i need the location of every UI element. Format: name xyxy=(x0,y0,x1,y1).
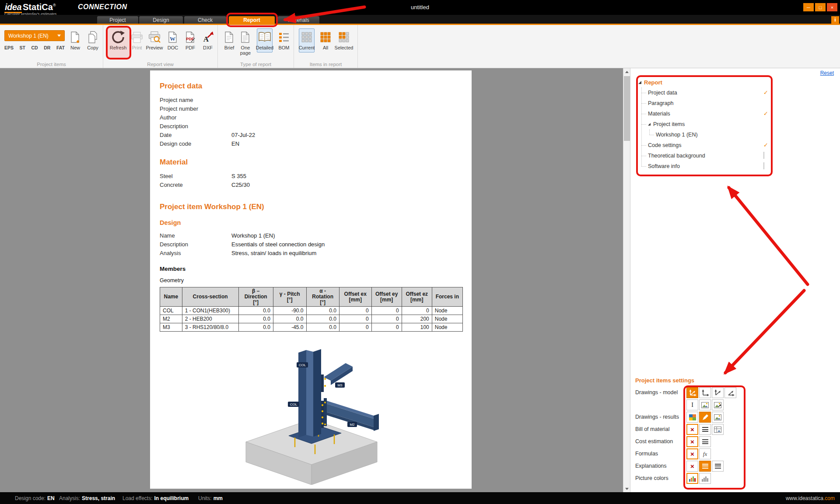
gray-bars-icon xyxy=(701,476,709,482)
new-button[interactable]: New xyxy=(67,30,83,51)
tree-item-project-data[interactable]: Project data ✓ xyxy=(638,88,777,98)
picture-colors-color-button[interactable] xyxy=(686,473,698,484)
checkbox-project-data[interactable]: ✓ xyxy=(763,89,768,96)
scrollbar-thumb[interactable] xyxy=(624,76,630,141)
axes-xy-icon xyxy=(701,389,709,396)
report-page: Project data Project name Project number… xyxy=(150,70,472,489)
tree-item-report[interactable]: Report xyxy=(638,77,777,88)
tree-twig xyxy=(641,93,646,93)
results-picture-button[interactable] xyxy=(712,412,724,423)
section-title-material: Material xyxy=(160,158,463,167)
maximize-button[interactable]: □ xyxy=(815,3,826,11)
checkbox-software-info[interactable] xyxy=(763,162,764,169)
titlebar: ideaStatiCa® Calculate yesterday's estim… xyxy=(0,0,840,15)
diagonal-member-m3 xyxy=(321,363,353,392)
report-preview-canvas: Project data Project name Project number… xyxy=(0,68,630,492)
tab-report[interactable]: Report xyxy=(229,16,275,25)
project-item-dropdown[interactable]: Workshop 1 (EN) xyxy=(4,30,65,41)
view-front-button[interactable] xyxy=(699,387,711,398)
data-row: Author xyxy=(160,113,463,122)
expander-icon[interactable] xyxy=(648,123,651,126)
explanations-highlight-list-button[interactable] xyxy=(699,461,711,472)
scroll-up-button[interactable] xyxy=(623,68,630,75)
bill-of-material-icon xyxy=(278,32,290,43)
tab-design[interactable]: Design xyxy=(139,16,183,25)
items-current-button[interactable]: Current xyxy=(299,28,315,52)
tree-item-paragraph[interactable]: Paragraph xyxy=(638,98,777,108)
one-page-report-button[interactable]: One page xyxy=(238,30,253,56)
expander-icon[interactable] xyxy=(638,81,641,84)
explanations-list-button[interactable] xyxy=(712,461,724,472)
status-analysis: Analysis:Stress, strain xyxy=(59,495,115,501)
tree-item-label: Project items xyxy=(653,121,685,127)
settings-row-drawings-model: Drawings - model xyxy=(630,387,836,399)
bom-report-button[interactable]: BOM xyxy=(276,30,292,51)
export-pdf-button[interactable]: PDF PDF xyxy=(182,30,198,51)
tab-project[interactable]: Project xyxy=(97,16,138,25)
axes-3d-icon xyxy=(689,389,696,396)
checkbox-theoretical-background[interactable] xyxy=(763,152,764,159)
tab-materials[interactable]: Materials xyxy=(278,16,319,25)
tree-item-theoretical-background[interactable]: Theoretical background xyxy=(638,150,777,161)
results-edit-button[interactable] xyxy=(699,412,711,423)
formulas-show-button[interactable]: fx xyxy=(699,448,711,459)
print-button[interactable]: Print xyxy=(129,30,145,51)
connection-3d-preview: COL COL M3 M2 xyxy=(233,340,390,486)
checkbox-code-settings[interactable]: ✓ xyxy=(763,142,768,148)
preview-button[interactable]: Preview xyxy=(147,30,162,51)
brief-report-button[interactable]: Brief xyxy=(221,30,237,51)
export-doc-button[interactable]: W DOC xyxy=(165,30,181,51)
tree-item-project-items[interactable]: Project items xyxy=(638,119,777,130)
picture-colors-gray-button[interactable] xyxy=(699,473,711,484)
bom-list-button[interactable] xyxy=(699,424,711,435)
project-items-settings-title: Project items settings xyxy=(635,377,694,384)
info-button[interactable]: i xyxy=(831,16,839,24)
application-window: ideaStatiCa® Calculate yesterday's estim… xyxy=(0,0,840,504)
refresh-button[interactable]: Refresh xyxy=(110,30,126,51)
close-button[interactable]: × xyxy=(827,3,837,11)
items-selected-button[interactable]: Selected xyxy=(336,30,352,51)
checkbox-materials[interactable]: ✓ xyxy=(763,110,768,117)
website-link[interactable]: www.ideastatica.com xyxy=(786,495,835,501)
tab-check[interactable]: Check xyxy=(184,16,226,25)
items-all-button[interactable]: All xyxy=(318,30,333,51)
group-label: Items in report xyxy=(294,62,357,67)
view-3d-button[interactable] xyxy=(686,387,698,398)
tree-item-code-settings[interactable]: Code settings ✓ xyxy=(638,140,777,150)
member-badge-col: COL xyxy=(290,402,297,406)
view-top-button[interactable] xyxy=(724,387,736,398)
minimize-button[interactable]: ─ xyxy=(803,3,814,11)
tree-item-materials[interactable]: Materials ✓ xyxy=(638,108,777,119)
settings-row-drawing-options: I xyxy=(630,399,836,411)
bom-none-button[interactable]: × xyxy=(686,424,698,435)
results-color-grid-button[interactable] xyxy=(686,412,698,423)
tree-item-label: Code settings xyxy=(648,142,681,148)
x-icon: × xyxy=(690,426,694,433)
cost-none-button[interactable]: × xyxy=(686,436,698,447)
bom-table-picture-button[interactable] xyxy=(712,424,724,435)
export-dxf-button[interactable]: A DXF xyxy=(200,30,216,51)
formulas-none-button[interactable]: × xyxy=(686,448,698,459)
tree-item-software-info[interactable]: Software info xyxy=(638,161,777,172)
cost-list-button[interactable] xyxy=(699,436,711,447)
detailed-report-button[interactable]: Detailed xyxy=(257,28,273,52)
tree-item-workshop-1-en[interactable]: Workshop 1 (EN) xyxy=(638,130,777,140)
vertical-scrollbar[interactable] xyxy=(623,68,630,492)
print-preview-icon xyxy=(148,31,161,43)
view-side-button[interactable] xyxy=(712,387,724,398)
section-title-design: Design xyxy=(160,219,463,226)
picture-fullsize-button[interactable] xyxy=(712,399,724,410)
explanations-none-button[interactable]: × xyxy=(686,461,698,472)
status-design-code: Design code:EN xyxy=(15,495,55,501)
tree-twig xyxy=(641,166,646,167)
picture-small-button[interactable] xyxy=(699,399,711,410)
reset-link[interactable]: Reset xyxy=(820,70,834,76)
caption-button[interactable]: I xyxy=(686,399,698,410)
scroll-down-button[interactable] xyxy=(623,485,630,492)
table-header-row: Name Cross-section β – Direction [°] γ -… xyxy=(160,287,463,307)
tree-twig xyxy=(641,114,646,114)
copy-button[interactable]: Copy xyxy=(85,30,101,51)
tree-twig xyxy=(641,156,646,156)
type-cd: CD xyxy=(32,45,38,50)
list-icon xyxy=(715,464,721,469)
